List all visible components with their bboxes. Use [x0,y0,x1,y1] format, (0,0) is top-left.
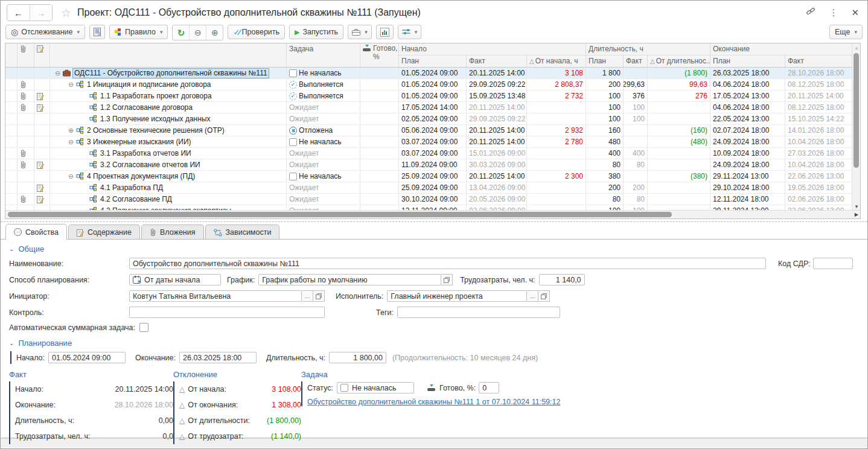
finish-plan-cell[interactable]: 29.10.2024 18:00 [710,182,785,193]
row-selector-cell[interactable] [5,79,18,90]
settings-menu-button[interactable]: ▾ [398,25,422,39]
duration-fact-cell[interactable]: 100 [624,113,648,124]
start-plan-cell[interactable]: 02.05.2024 09:00 [399,113,467,124]
favorite-star-icon[interactable]: ☆ [61,6,71,20]
header-status[interactable]: Задача [287,43,360,67]
delta-duration-cell[interactable]: (480) [648,136,710,147]
start-fact-cell[interactable]: 20.11.2025 14:00 [467,102,527,113]
duration-plan-cell[interactable]: 400 [586,148,624,159]
status-cell[interactable]: Ожидает [287,102,360,113]
delta-duration-cell[interactable]: (160) [648,125,710,136]
more-button[interactable]: Еще▾ [829,25,863,39]
finish-plan-cell[interactable]: 12.11.2024 18:00 [710,194,785,205]
attachment-cell[interactable] [18,79,34,90]
rule-button[interactable]: Правило▾ [109,25,168,39]
forward-button[interactable]: → [30,5,52,21]
delta-duration-cell[interactable]: (380) [648,171,710,182]
start-fact-cell[interactable]: 30.03.2026 09:00 [467,159,527,170]
briefcase-menu-button[interactable]: ▾ [348,25,372,39]
done-cell[interactable] [360,182,399,193]
duration-plan-cell[interactable]: 100 [586,113,624,124]
row-selector-cell[interactable] [5,102,18,113]
task-name-cell[interactable]: ⊖ОДС111 - Обустройство дополнительной ск… [50,68,287,78]
expand-icon[interactable]: ⊕ [68,125,74,136]
row-selector-cell[interactable] [5,194,18,205]
finish-fact-cell[interactable]: 02.06.2026 18:00 [785,194,853,205]
vertical-scroll-thumb[interactable] [854,53,859,168]
tags-input[interactable] [397,307,560,318]
attachment-cell[interactable] [18,159,34,170]
header-row-selector[interactable] [5,43,18,67]
task-done-input[interactable]: 0 [479,382,499,393]
expand-rows-button[interactable]: ⊕ [206,25,223,40]
finish-fact-cell[interactable]: 19.05.2026 18:00 [785,182,853,193]
header-done[interactable]: Готово, % [360,43,399,67]
start-button[interactable]: ▶ Запустить [289,25,343,39]
start-fact-cell[interactable]: 15.09.2025 13:48 [467,91,527,101]
tracking-button[interactable]: ◎ Отслеживание▾ [5,25,85,39]
plan-start-input[interactable]: 01.05.2024 09:00 [48,352,126,363]
more-menu-icon[interactable]: ⋮ [829,7,838,18]
finish-plan-cell[interactable]: 29.11.2024 13:00 [710,171,785,182]
executor-open-button[interactable] [538,290,550,302]
row-selector-cell[interactable] [5,136,18,147]
vertical-scrollbar[interactable]: ▲ ▼ [852,43,860,211]
tab-dependencies[interactable]: Зависимости [205,224,280,240]
duration-plan-cell[interactable]: 100 [586,91,624,101]
note-cell[interactable] [34,171,50,182]
header-start-plan[interactable]: План [399,56,467,67]
note-cell[interactable] [34,125,50,136]
status-cell[interactable]: Отложена [287,125,360,136]
delta-start-cell[interactable] [527,148,586,159]
task-name-cell[interactable]: 3.2 Согласование отчетов ИИ [50,159,287,170]
collapse-icon[interactable]: ⊖ [54,68,61,78]
header-finish-fact[interactable]: Факт [785,56,853,67]
header-finish-plan[interactable]: План [710,56,785,67]
table-row[interactable]: 4.1 Разработка ПДОжидает25.09.2024 09:00… [5,182,860,194]
duration-plan-cell[interactable]: 80 [586,159,624,170]
duration-plan-cell[interactable]: 100 [586,102,624,113]
done-cell[interactable] [360,136,399,147]
status-cell[interactable]: Ожидает [287,148,360,159]
duration-fact-cell[interactable]: 80 [624,194,648,205]
duration-fact-cell[interactable]: 400 [624,148,648,159]
done-cell[interactable] [360,113,399,124]
delta-duration-cell[interactable]: (1 800) [648,68,710,78]
delta-duration-cell[interactable] [648,182,710,193]
start-plan-cell[interactable]: 25.09.2024 09:00 [399,171,467,182]
note-cell[interactable] [34,68,50,78]
finish-fact-cell[interactable]: 08.12.2025 18:00 [785,102,853,113]
duration-plan-cell[interactable]: 160 [586,125,624,136]
table-row[interactable]: ⊖ОДС111 - Обустройство дополнительной ск… [5,68,860,79]
table-row[interactable]: ⊖1 Инициация и подписание договора✓Выпол… [5,79,860,91]
attachment-cell[interactable] [18,194,34,205]
finish-fact-cell[interactable]: 10.04.2026 18:00 [785,159,853,170]
schedule-input[interactable]: График работы по умолчанию [258,274,441,285]
control-input[interactable] [129,307,325,318]
delta-start-cell[interactable] [527,194,586,205]
done-cell[interactable] [360,171,399,182]
done-cell[interactable] [360,159,399,170]
status-cell[interactable]: Не началась [287,136,360,147]
tab-content[interactable]: Содержание [68,224,140,240]
plan-duration-input[interactable]: 1 800,00 [329,352,386,363]
duration-fact-cell[interactable]: 200 [624,182,648,193]
finish-fact-cell[interactable]: 22.06.2026 13:00 [785,171,853,182]
finish-plan-cell[interactable]: 04.06.2024 18:00 [710,102,785,113]
header-duration-fact[interactable]: Факт [624,56,648,67]
start-fact-cell[interactable]: 20.11.2025 14:00 [467,136,527,147]
table-row[interactable]: 1.1 Разработать проект договора✓Выполняе… [5,91,860,102]
table-row[interactable]: ⊖4 Проектная документация (ПД)Не началас… [5,171,860,182]
finish-fact-cell[interactable]: 10.04.2026 18:00 [785,136,853,147]
start-fact-cell[interactable]: 20.11.2025 14:00 [467,125,527,136]
refresh-button[interactable]: ↻ [173,25,190,40]
done-cell[interactable] [360,79,399,90]
start-fact-cell[interactable]: 29.09.2025 09:22 [467,113,527,124]
delta-start-cell[interactable] [527,102,586,113]
note-cell[interactable] [34,194,50,205]
attachment-cell[interactable] [18,102,34,113]
delta-duration-cell[interactable]: 99,63 [648,79,710,90]
duration-fact-cell[interactable] [624,136,648,147]
task-name-cell[interactable]: 1.3 Получение исходных данных [50,113,287,124]
auto-summary-checkbox[interactable] [139,323,148,332]
